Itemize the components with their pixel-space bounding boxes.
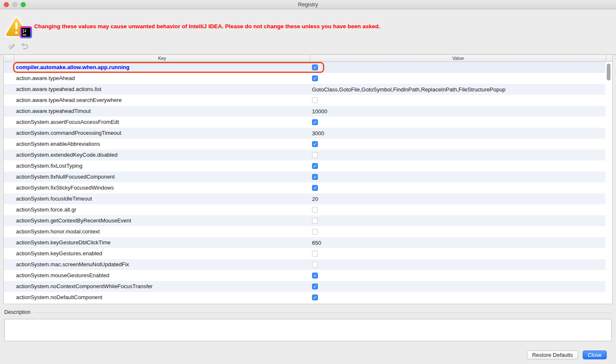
table-row[interactable]: actionSystem.assertFocusAccessFromEdt ✓ (4, 117, 605, 128)
table-row[interactable]: action.aware.typeaheadTimout 10000 (4, 106, 605, 117)
row-value: 3000 (312, 128, 605, 139)
table-row[interactable]: actionSystem.enableAbbreviations ✓ (4, 139, 605, 150)
table-row[interactable]: actionSystem.commandProcessingTimeout 30… (4, 128, 605, 139)
row-key: actionSystem.fixLostTyping (16, 161, 307, 171)
row-value: 20 (312, 193, 605, 204)
checkbox-checked[interactable]: ✓ (312, 64, 318, 70)
header-key-column[interactable]: Key (14, 55, 310, 62)
row-value: ✓ (312, 292, 605, 303)
table-row[interactable]: actionSystem.keyGestureDblClickTime 650 (4, 237, 605, 248)
row-key: actionSystem.noContextComponentWhileFocu… (16, 281, 307, 292)
row-value (312, 248, 605, 259)
table-row[interactable]: actionSystem.noContextComponentWhileFocu… (4, 281, 605, 292)
checkbox-checked[interactable]: ✓ (312, 273, 318, 278)
row-value: 10000 (312, 106, 605, 117)
checkbox-unchecked[interactable] (312, 207, 318, 213)
checkbox-checked[interactable]: ✓ (312, 163, 318, 169)
header-value-column[interactable]: Value (310, 55, 606, 62)
table-row[interactable]: actionSystem.force.alt.gr (4, 204, 605, 215)
row-key: actionSystem.keyGestures.enabled (16, 248, 307, 259)
table-row[interactable]: actionSystem.noDefaultComponent ✓ (4, 292, 605, 303)
row-value (312, 204, 605, 215)
value-text: 10000 (312, 108, 327, 115)
registry-table: Key Value compiler.automake.allow.when.a… (3, 55, 613, 304)
row-value (312, 215, 605, 226)
row-value (312, 150, 605, 161)
checkbox-unchecked[interactable] (312, 97, 318, 103)
row-key: actionSystem.fixStickyFocusedWindows (16, 182, 307, 193)
row-value (312, 95, 605, 106)
titlebar-close-button[interactable] (4, 2, 9, 7)
edit-icon[interactable] (8, 42, 16, 50)
checkbox-unchecked[interactable] (312, 152, 318, 158)
table-row[interactable]: actionSystem.mac.screenMenuNotUpdatedFix (4, 259, 605, 270)
row-value: ✓ (312, 161, 605, 171)
row-value: GotoClass,GotoFile,GotoSymbol,FindInPath… (312, 84, 605, 95)
row-key: actionSystem.fixNullFocusedComponent (16, 171, 307, 182)
checkbox-checked[interactable]: ✓ (312, 141, 318, 147)
table-row[interactable]: actionSystem.mouseGesturesEnabled ✓ (4, 270, 605, 281)
checkbox-unchecked[interactable] (312, 229, 318, 235)
intellij-logo-monogram: [J (23, 29, 26, 33)
row-key: actionSystem.force.alt.gr (16, 204, 307, 215)
checkbox-checked[interactable]: ✓ (312, 174, 318, 180)
checkbox-unchecked[interactable] (312, 251, 318, 257)
table-row[interactable]: action.aware.typeAhead ✓ (4, 73, 605, 84)
table-row[interactable]: actionSystem.fixNullFocusedComponent ✓ (4, 171, 605, 182)
row-value: ✓ (312, 182, 605, 193)
registry-toolbar (8, 42, 28, 50)
row-value: ✓ (312, 171, 605, 182)
row-value: 650 (312, 237, 605, 248)
close-dialog-button[interactable]: Close (583, 351, 607, 359)
warning-message: Changing these values may cause unwanted… (34, 23, 608, 29)
checkbox-checked[interactable]: ✓ (312, 284, 318, 289)
warning-panel: [J Changing these values may cause unwan… (0, 9, 616, 54)
checkbox-checked[interactable]: ✓ (312, 119, 318, 125)
restore-defaults-button[interactable]: Restore Defaults (527, 351, 578, 359)
row-value (312, 259, 605, 270)
revert-icon[interactable] (20, 42, 28, 50)
row-value: ✓ (312, 139, 605, 150)
row-value: ✓ (312, 73, 605, 84)
table-row[interactable]: compiler.automake.allow.when.app.running… (4, 62, 605, 73)
row-key: actionSystem.noDefaultComponent (16, 292, 307, 303)
value-text: GotoClass,GotoFile,GotoSymbol,FindInPath… (312, 86, 506, 93)
header-scroll-corner (606, 55, 612, 62)
window-title: Registry (0, 0, 616, 9)
table-body: compiler.automake.allow.when.app.running… (4, 62, 612, 304)
checkbox-checked[interactable]: ✓ (312, 75, 318, 81)
checkbox-checked[interactable]: ✓ (312, 185, 318, 191)
titlebar: Registry (0, 0, 616, 9)
row-key: actionSystem.honor.modal.context (16, 226, 307, 237)
table-row[interactable]: actionSystem.fixStickyFocusedWindows ✓ (4, 182, 605, 193)
table-row[interactable]: actionSystem.fixLostTyping ✓ (4, 161, 605, 171)
table-row[interactable]: actionSystem.getContextByRecentMouseEven… (4, 215, 605, 226)
table-row[interactable]: actionSystem.honor.modal.context (4, 226, 605, 237)
row-key: actionSystem.keyGestureDblClickTime (16, 237, 307, 248)
table-row[interactable]: actionSystem.keyGestures.enabled (4, 248, 605, 259)
row-key: compiler.automake.allow.when.app.running (16, 62, 307, 73)
row-key: action.aware.typeAhead.searchEverywhere (16, 95, 307, 106)
table-row[interactable]: actionSystem.extendedKeyCode.disabled (4, 150, 605, 161)
footer-buttons: Restore Defaults Close (527, 351, 607, 359)
intellij-logo-icon: [J (20, 26, 32, 38)
row-value: ✓ (312, 270, 605, 281)
row-key: actionSystem.commandProcessingTimeout (16, 128, 307, 139)
header-gutter (4, 55, 14, 62)
titlebar-zoom-button[interactable] (21, 2, 26, 7)
value-text: 3000 (312, 130, 324, 136)
table-row[interactable]: action.aware.typeahead.actions.list Goto… (4, 84, 605, 95)
row-value (312, 226, 605, 237)
row-value: ✓ (312, 62, 605, 73)
row-key: actionSystem.enableAbbreviations (16, 139, 307, 150)
row-key: actionSystem.extendedKeyCode.disabled (16, 150, 307, 161)
description-header: Description (4, 309, 612, 316)
checkbox-checked[interactable]: ✓ (312, 294, 318, 300)
checkbox-unchecked[interactable] (312, 262, 318, 268)
table-row[interactable]: action.aware.typeAhead.searchEverywhere (4, 95, 605, 106)
scrollbar-thumb[interactable] (607, 64, 611, 80)
description-label: Description (4, 309, 31, 315)
checkbox-unchecked[interactable] (312, 218, 318, 224)
row-value: ✓ (312, 117, 605, 128)
table-row[interactable]: actionSystem.focusIdleTimeout 20 (4, 193, 605, 204)
